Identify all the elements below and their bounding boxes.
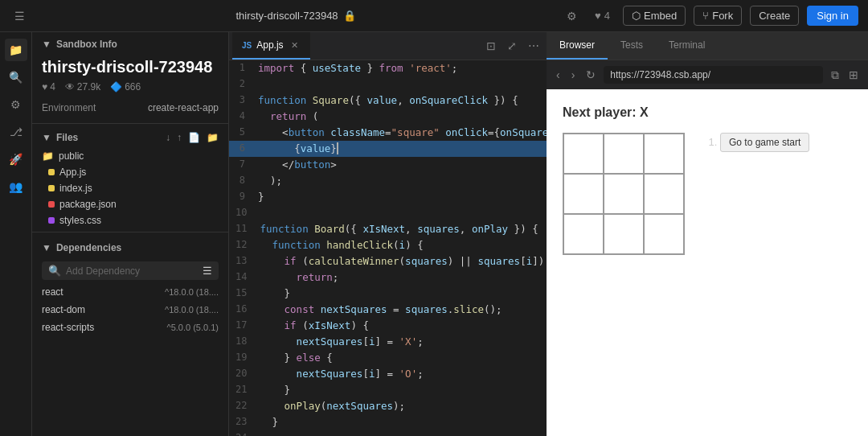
hamburger-button[interactable]: ☰ bbox=[10, 6, 30, 26]
browser-toolbar-actions: ⧉ ⊞ bbox=[828, 67, 862, 84]
next-player-text: Next player: X bbox=[563, 105, 852, 120]
eye-icon: 👁 bbox=[65, 81, 75, 93]
tab-close-button[interactable]: ✕ bbox=[289, 39, 301, 51]
embed-button[interactable]: ⬡ Embed bbox=[623, 6, 686, 26]
go-to-start-button[interactable]: Go to game start bbox=[720, 133, 809, 152]
browser-code-button[interactable]: ⊞ bbox=[845, 67, 862, 83]
fullscreen-button[interactable]: ⤢ bbox=[503, 37, 521, 55]
new-file-icon[interactable]: ↓ bbox=[166, 132, 170, 143]
board-cell-1[interactable] bbox=[604, 134, 645, 175]
board-cell-8[interactable] bbox=[645, 215, 685, 255]
sandbox-info-header[interactable]: ▼ Sandbox Info bbox=[32, 32, 228, 55]
divider-1 bbox=[32, 123, 228, 124]
new-folder-icon[interactable]: 📄 bbox=[188, 132, 200, 143]
dependencies-label: Dependencies bbox=[56, 242, 121, 253]
fork-button[interactable]: ⑂ Fork bbox=[694, 6, 742, 26]
tab-tests[interactable]: Tests bbox=[608, 32, 656, 60]
files-header-icons: ↓ ↑ 📄 📁 bbox=[166, 132, 219, 143]
nav-team-button[interactable]: 👥 bbox=[5, 175, 27, 198]
embed-label: Embed bbox=[644, 10, 677, 22]
code-line-10: 10 bbox=[229, 205, 547, 221]
files-header-left[interactable]: ▼ Files bbox=[42, 132, 78, 143]
folder-icon[interactable]: 📁 bbox=[207, 132, 219, 143]
dep-version-react-dom: ^18.0.0 (18.... bbox=[165, 305, 219, 315]
sandbox-title: thirsty-driscoll-723948 bbox=[235, 10, 338, 22]
code-line-5: 5 <button className="square" onClick={on… bbox=[229, 125, 547, 141]
board-cell-6[interactable] bbox=[564, 215, 604, 255]
topbar-center: thirsty-driscoll-723948 🔒 bbox=[235, 10, 355, 22]
dep-item-react-scripts: react-scripts ^5.0.0 (5.0.1) bbox=[32, 319, 228, 336]
board-cell-3[interactable] bbox=[564, 175, 604, 215]
code-line-24: 24 bbox=[229, 430, 547, 436]
file-item-indexjs[interactable]: index.js bbox=[32, 180, 228, 196]
board-cell-0[interactable] bbox=[564, 134, 604, 175]
dep-search-bar[interactable]: 🔍 ☰ bbox=[42, 261, 219, 280]
file-name-packagejson: package.json bbox=[59, 199, 117, 210]
code-line-19: 19 } else { bbox=[229, 350, 547, 366]
nav-files-button[interactable]: 📁 bbox=[5, 39, 27, 61]
nav-git-button[interactable]: ⎇ bbox=[5, 121, 27, 143]
code-area[interactable]: 1import { useState } from 'react'; 2 3fu… bbox=[229, 60, 547, 436]
browser-tabs: Browser Tests Terminal bbox=[547, 32, 868, 60]
nav-search-button[interactable]: 🔍 bbox=[5, 66, 27, 88]
tab-appjs[interactable]: JS App.js ✕ bbox=[232, 32, 310, 60]
sandbox-info-label: Sandbox Info bbox=[56, 39, 117, 50]
board-cell-5[interactable] bbox=[645, 175, 685, 215]
code-line-4: 4 return ( bbox=[229, 109, 547, 125]
code-line-14: 14 return; bbox=[229, 269, 547, 286]
code-line-7: 7 </button> bbox=[229, 157, 547, 173]
browser-url-input[interactable] bbox=[604, 66, 823, 84]
fork-label: Fork bbox=[712, 10, 733, 22]
browser-content: Next player: X bbox=[547, 89, 868, 436]
split-editor-button[interactable]: ⊡ bbox=[482, 37, 500, 55]
nav-rocket-button[interactable]: 🚀 bbox=[5, 148, 27, 171]
signin-button[interactable]: Sign in bbox=[807, 6, 858, 26]
file-item-public[interactable]: 📁 public bbox=[32, 148, 228, 164]
more-options-button[interactable]: ⋯ bbox=[524, 37, 543, 55]
code-line-9: 9} bbox=[229, 189, 547, 205]
file-item-stylescss[interactable]: styles.css bbox=[32, 212, 228, 228]
file-name-public: public bbox=[59, 150, 84, 162]
nav-extensions-button[interactable]: ⚙ bbox=[5, 93, 27, 116]
browser-forward-button[interactable]: › bbox=[568, 67, 579, 83]
signin-label: Sign in bbox=[817, 10, 849, 22]
settings-button[interactable]: ⚙ bbox=[562, 6, 582, 26]
file-item-appjs[interactable]: App.js bbox=[32, 164, 228, 180]
sandbox-stats: ♥ 4 👁 27.9k 🔷 666 bbox=[32, 78, 228, 99]
tic-tac-toe-board bbox=[563, 133, 685, 255]
environment-row: Environment create-react-app bbox=[32, 99, 228, 120]
create-button[interactable]: Create bbox=[750, 6, 799, 26]
code-line-18: 18 nextSquares[i] = 'X'; bbox=[229, 334, 547, 350]
topbar-right: ⚙ ♥ 4 ⬡ Embed ⑂ Fork Create Sign in bbox=[562, 6, 858, 26]
tab-browser[interactable]: Browser bbox=[547, 32, 608, 60]
browser-refresh-button[interactable]: ↻ bbox=[583, 67, 599, 83]
dependencies-header[interactable]: ▼ Dependencies bbox=[32, 236, 228, 258]
dep-item-react: react ^18.0.0 (18.... bbox=[32, 283, 228, 301]
folder-icon-public: 📁 bbox=[42, 150, 54, 162]
dep-search-input[interactable] bbox=[66, 265, 198, 277]
dep-name-react-dom: react-dom bbox=[42, 304, 85, 315]
lock-icon: 🔒 bbox=[343, 10, 356, 22]
tab-terminal[interactable]: Terminal bbox=[656, 32, 718, 60]
editor-tabs: JS App.js ✕ ⊡ ⤢ ⋯ bbox=[229, 32, 547, 60]
menu-icon-dep[interactable]: ☰ bbox=[203, 265, 212, 277]
board-cell-4[interactable] bbox=[604, 175, 645, 215]
code-line-1: 1import { useState } from 'react'; bbox=[229, 60, 547, 76]
likes-stat: ♥ 4 bbox=[42, 81, 55, 93]
divider-2 bbox=[32, 232, 228, 232]
code-line-17: 17 if (xIsNext) { bbox=[229, 318, 547, 334]
code-line-3: 3function Square({ value, onSquareClick … bbox=[229, 93, 547, 109]
browser-back-button[interactable]: ‹ bbox=[553, 67, 563, 83]
tab-terminal-label: Terminal bbox=[669, 39, 705, 51]
file-dot-appjs bbox=[48, 169, 55, 175]
fork-icon-small: 🔷 bbox=[110, 81, 122, 93]
settings-icon: ⚙ bbox=[567, 10, 577, 23]
browser-open-new-button[interactable]: ⧉ bbox=[828, 67, 842, 84]
likes-button[interactable]: ♥ 4 bbox=[590, 6, 615, 25]
file-dot-indexjs bbox=[48, 185, 55, 191]
board-cell-2[interactable] bbox=[645, 134, 685, 175]
upload-icon[interactable]: ↑ bbox=[177, 132, 182, 143]
code-line-20: 20 nextSquares[i] = 'O'; bbox=[229, 366, 547, 382]
file-item-packagejson[interactable]: package.json bbox=[32, 196, 228, 212]
board-cell-7[interactable] bbox=[604, 215, 645, 255]
